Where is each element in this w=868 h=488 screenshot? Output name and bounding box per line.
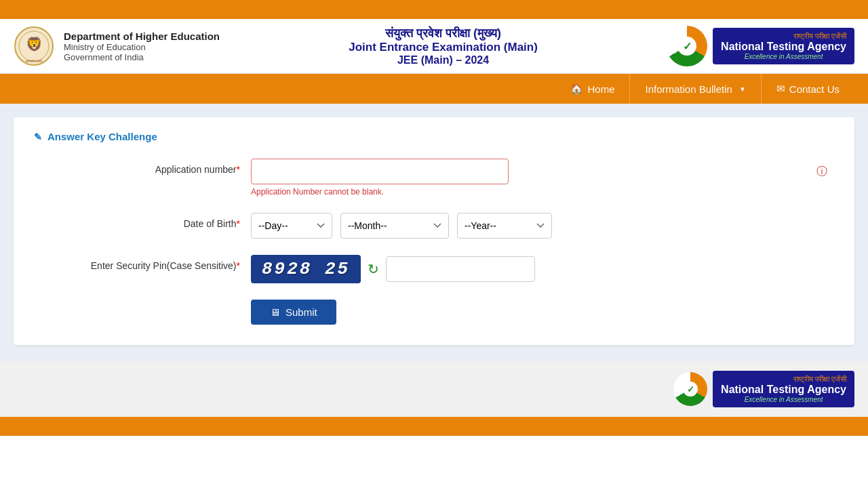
app-number-control: ⓘ Application Number cannot be blank.: [251, 159, 834, 197]
header-right: ✓ राष्ट्रीय परीक्षा एजेंसी National Test…: [667, 26, 854, 66]
navbar: 🏠 Home Information Bulletin ▼ ✉ Contact …: [0, 74, 868, 104]
footer-nta-label-main: National Testing Agency: [721, 384, 846, 396]
footer-nta-label-sub: Excellence in Assessment: [721, 396, 846, 403]
footer-nta-label-top: राष्ट्रीय परीक्षा एजेंसी: [721, 375, 846, 384]
nta-logo: ✓ राष्ट्रीय परीक्षा एजेंसी National Test…: [667, 26, 854, 66]
refresh-captcha-icon[interactable]: ↻: [368, 261, 379, 277]
submit-button[interactable]: 🖥 Submit: [251, 300, 336, 325]
title-hindi: संयुक्त प्रवेश परीक्षा (मुख्य): [220, 26, 667, 41]
svg-text:🦁: 🦁: [26, 36, 43, 52]
dept-info: Department of Higher Education Ministry …: [64, 30, 220, 62]
captcha-wrap: 8928 25 ↻: [251, 255, 834, 283]
nta-check-icon: ✓: [677, 37, 696, 56]
info-icon: ⓘ: [816, 165, 827, 179]
nta-label-main: National Testing Agency: [721, 41, 846, 53]
footer-nta-logo: ✓ राष्ट्रीय परीक्षा एजेंसी National Test…: [673, 371, 854, 407]
nav-info-bulletin[interactable]: Information Bulletin ▼: [630, 74, 761, 104]
nta-circle-icon: ✓: [667, 26, 707, 66]
submit-label: Submit: [285, 306, 317, 318]
footer: ✓ राष्ट्रीय परीक्षा एजेंसी National Test…: [0, 361, 868, 417]
edit-icon: ✎: [34, 131, 42, 142]
security-pin-label: Enter Security Pin(Case Sensitive)*: [34, 255, 251, 271]
captcha-image: 8928 25: [251, 255, 361, 283]
dept-govt: Government of India: [64, 52, 220, 62]
dob-control: --Day-- --Month-- --Year--: [251, 213, 834, 239]
footer-nta-circle-icon: ✓: [673, 372, 707, 406]
section-title-text: Answer Key Challenge: [47, 131, 157, 142]
chevron-down-icon: ▼: [739, 85, 746, 93]
dept-name: Department of Higher Education: [64, 30, 220, 42]
main-content: ✎ Answer Key Challenge Application numbe…: [0, 104, 868, 361]
security-pin-row: Enter Security Pin(Case Sensitive)* 8928…: [34, 255, 834, 283]
app-number-error: Application Number cannot be blank.: [251, 187, 834, 197]
app-number-row: Application number* ⓘ Application Number…: [34, 159, 834, 197]
dob-month-select[interactable]: --Month--: [340, 213, 449, 239]
footer-nta-text-box: राष्ट्रीय परीक्षा एजेंसी National Testin…: [713, 371, 854, 407]
app-number-input[interactable]: [251, 159, 509, 184]
nav-contact-us[interactable]: ✉ Contact Us: [762, 74, 854, 104]
footer-nta-check-icon: ✓: [683, 382, 698, 396]
home-icon: 🏠: [570, 83, 583, 95]
submit-row: 🖥 Submit: [34, 300, 834, 325]
security-pin-control: 8928 25 ↻: [251, 255, 834, 283]
dob-label: Date of Birth*: [34, 213, 251, 229]
nav-contact-label: Contact Us: [789, 83, 840, 95]
submit-icon: 🖥: [270, 306, 280, 318]
nav-home[interactable]: 🏠 Home: [555, 74, 630, 104]
app-number-label: Application number*: [34, 159, 251, 175]
title-jee: JEE (Main) – 2024: [220, 54, 667, 66]
svg-text:सत्यमेव जयते: सत्यमेव जयते: [25, 59, 42, 63]
nav-info-bulletin-label: Information Bulletin: [645, 83, 732, 95]
dob-selects: --Day-- --Month-- --Year--: [251, 213, 834, 239]
app-number-input-wrap: ⓘ: [251, 159, 834, 184]
nta-text-box: राष्ट्रीय परीक्षा एजेंसी National Testin…: [713, 28, 854, 64]
emblem-icon: 🦁 सत्यमेव जयते: [14, 26, 54, 66]
title-english: Joint Entrance Examination (Main): [220, 41, 667, 54]
header-left: 🦁 सत्यमेव जयते Department of Higher Educ…: [14, 26, 220, 66]
bottom-bar: [0, 417, 868, 436]
dob-day-select[interactable]: --Day--: [251, 213, 332, 239]
dept-ministry: Ministry of Education: [64, 42, 220, 52]
nta-label-top: राष्ट्रीय परीक्षा एजेंसी: [721, 32, 846, 41]
dob-row: Date of Birth* --Day-- --Month-- --Year-…: [34, 213, 834, 239]
header-center: संयुक्त प्रवेश परीक्षा (मुख्य) Joint Ent…: [220, 26, 667, 66]
dob-year-select[interactable]: --Year--: [457, 213, 552, 239]
nta-label-sub: Excellence in Assessment: [721, 53, 846, 60]
contact-icon: ✉: [776, 83, 785, 95]
section-card: ✎ Answer Key Challenge Application numbe…: [14, 117, 854, 345]
nav-home-label: Home: [587, 83, 614, 95]
top-bar: [0, 0, 868, 19]
header: 🦁 सत्यमेव जयते Department of Higher Educ…: [0, 19, 868, 74]
section-title: ✎ Answer Key Challenge: [34, 131, 834, 142]
security-pin-input[interactable]: [386, 256, 535, 282]
